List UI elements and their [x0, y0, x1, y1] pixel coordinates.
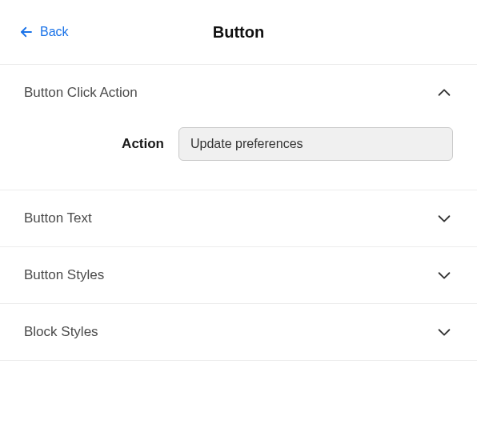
action-field-label: Action: [24, 136, 164, 152]
section-button-click-action: Button Click Action Action Update prefer…: [0, 65, 477, 190]
section-body-button-click-action: Action Update preferences: [0, 121, 477, 190]
section-header-block-styles[interactable]: Block Styles: [0, 304, 477, 360]
section-title: Button Text: [24, 210, 92, 226]
chevron-down-icon: [435, 323, 453, 341]
section-header-button-styles[interactable]: Button Styles: [0, 247, 477, 303]
section-header-button-click-action[interactable]: Button Click Action: [0, 65, 477, 121]
action-select[interactable]: Update preferences: [178, 127, 453, 161]
chevron-down-icon: [435, 266, 453, 284]
chevron-down-icon: [435, 210, 453, 227]
chevron-up-icon: [435, 84, 453, 102]
arrow-left-icon: [19, 25, 34, 39]
section-title: Block Styles: [24, 324, 98, 340]
page-title: Button: [213, 23, 264, 42]
section-header-button-text[interactable]: Button Text: [0, 190, 477, 246]
panel-header: Back Button: [0, 0, 477, 65]
back-button[interactable]: Back: [19, 25, 69, 39]
back-label: Back: [40, 25, 69, 39]
section-button-styles: Button Styles: [0, 247, 477, 304]
section-title: Button Styles: [24, 267, 104, 283]
section-title: Button Click Action: [24, 85, 138, 101]
section-button-text: Button Text: [0, 190, 477, 247]
section-block-styles: Block Styles: [0, 304, 477, 361]
